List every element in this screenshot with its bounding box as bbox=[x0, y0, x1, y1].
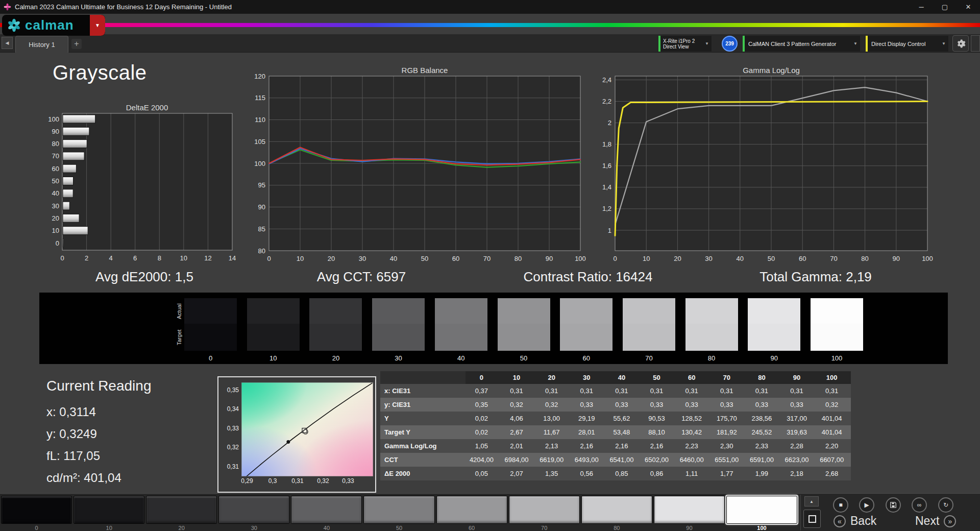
swatch-actual bbox=[811, 298, 863, 324]
pattern-patch-50[interactable]: 50 bbox=[363, 496, 434, 531]
close-button[interactable]: ✕ bbox=[957, 0, 980, 14]
meter-count-badge[interactable]: 239 bbox=[722, 36, 738, 52]
refresh-button[interactable]: ↻ bbox=[938, 497, 953, 513]
patch-swatch bbox=[291, 496, 362, 524]
loop-button[interactable]: ∞ bbox=[912, 497, 927, 513]
calman-logo-menu[interactable]: calman ▼ bbox=[2, 15, 105, 36]
patch-label: 10 bbox=[74, 525, 144, 531]
table-cell: 0,05 bbox=[465, 467, 501, 480]
display-control-label: Direct Display Control bbox=[871, 41, 925, 47]
settings-button[interactable] bbox=[952, 35, 969, 52]
pattern-patch-10[interactable]: 10 bbox=[74, 496, 144, 531]
table-cell: 0,85 bbox=[606, 467, 641, 480]
pattern-patch-20[interactable]: 20 bbox=[146, 496, 217, 531]
svg-text:2,2: 2,2 bbox=[602, 98, 611, 105]
table-cell: 0,33 bbox=[746, 398, 781, 412]
patch-swatch bbox=[363, 496, 434, 524]
table-cell: 4,06 bbox=[501, 412, 536, 425]
patch-swatch bbox=[509, 496, 580, 524]
reading-x: x: 0,3114 bbox=[46, 405, 96, 419]
table-cell: 6607,00 bbox=[816, 453, 851, 467]
table-cell: 0,31 bbox=[781, 384, 816, 398]
grayscale-swatch-90 bbox=[748, 298, 800, 351]
table-cell: 29,19 bbox=[571, 412, 606, 425]
patch-swatch bbox=[726, 496, 797, 524]
save-icon bbox=[890, 501, 897, 509]
stop-button[interactable]: ■ bbox=[833, 497, 848, 513]
table-column-header: 20 bbox=[535, 371, 571, 384]
patch-swatch bbox=[654, 496, 725, 524]
grayscale-swatch-50 bbox=[498, 298, 550, 351]
calman-flower-icon bbox=[7, 18, 21, 32]
pattern-patch-80[interactable]: 80 bbox=[581, 496, 652, 531]
svg-text:8: 8 bbox=[158, 254, 161, 261]
grayscale-data-table: 0102030405060708090100x: CIE310,370,310,… bbox=[380, 371, 851, 480]
maximize-button[interactable]: ▢ bbox=[933, 0, 957, 14]
pattern-patch-90[interactable]: 90 bbox=[654, 496, 725, 531]
minimize-button[interactable]: ─ bbox=[910, 0, 933, 14]
pattern-patch-0[interactable]: 0 bbox=[1, 496, 72, 531]
more-devices-button[interactable] bbox=[971, 35, 980, 52]
save-button[interactable] bbox=[886, 497, 901, 513]
rgb-balance-chart: 1201151101051009590858001020304050607080… bbox=[245, 64, 604, 268]
table-cell: 2,33 bbox=[746, 439, 781, 453]
pattern-window-icon bbox=[808, 515, 816, 523]
table-column-header: 70 bbox=[710, 371, 746, 384]
svg-text:100: 100 bbox=[575, 255, 586, 262]
stat-avg-cct: Avg CCT: 6597 bbox=[280, 269, 443, 285]
table-cell: 0,31 bbox=[501, 384, 536, 398]
svg-text:0: 0 bbox=[613, 255, 617, 262]
swatch-target bbox=[560, 324, 612, 351]
table-row-label: Gamma Log/Log bbox=[380, 439, 465, 453]
svg-text:30: 30 bbox=[705, 255, 712, 262]
swatch-level-label: 50 bbox=[498, 354, 550, 362]
cie-x-tick: 0,31 bbox=[287, 477, 308, 485]
pattern-patch-40[interactable]: 40 bbox=[291, 496, 362, 531]
next-button[interactable]: Next » bbox=[915, 514, 956, 528]
table-cell: 175,70 bbox=[710, 412, 746, 425]
table-row: ΔE 20000,052,071,350,560,850,861,111,771… bbox=[380, 467, 851, 480]
table-cell: 1,77 bbox=[710, 467, 746, 480]
svg-text:1,6: 1,6 bbox=[602, 162, 611, 170]
back-button[interactable]: « Back bbox=[834, 514, 876, 528]
swatch-level-label: 30 bbox=[372, 354, 425, 362]
swatch-actual bbox=[748, 298, 800, 324]
table-cell: 6502,00 bbox=[641, 453, 676, 467]
svg-text:70: 70 bbox=[830, 255, 837, 262]
pattern-window-button[interactable] bbox=[803, 510, 821, 528]
table-cell: 0,33 bbox=[710, 398, 746, 412]
svg-text:1,2: 1,2 bbox=[602, 205, 611, 212]
table-cell: 2,28 bbox=[781, 439, 816, 453]
meter-selector[interactable]: X-Rite i1Pro 2 Direct View ▼ bbox=[658, 36, 712, 52]
pattern-patch-60[interactable]: 60 bbox=[436, 496, 507, 531]
svg-text:120: 120 bbox=[254, 73, 265, 80]
table-cell: 319,63 bbox=[781, 425, 816, 439]
svg-text:100: 100 bbox=[254, 160, 265, 167]
swatch-target bbox=[623, 324, 675, 351]
table-cell: 2,01 bbox=[501, 439, 536, 453]
table-cell: 2,20 bbox=[816, 439, 851, 453]
pattern-generator-selector[interactable]: CalMAN Client 3 Pattern Generator ▼ bbox=[743, 36, 860, 52]
tab-history-1[interactable]: History 1 bbox=[15, 36, 68, 53]
tab-label: History 1 bbox=[29, 41, 55, 49]
swatch-level-label: 20 bbox=[309, 354, 362, 362]
swatch-actual bbox=[685, 298, 738, 324]
pattern-patch-70[interactable]: 70 bbox=[509, 496, 580, 531]
cie-x-tick: 0,29 bbox=[237, 477, 257, 485]
pattern-patch-30[interactable]: 30 bbox=[218, 496, 289, 531]
window-title: Calman 2023 Calman Ultimate for Business… bbox=[15, 3, 232, 11]
patch-scroll-up-button[interactable]: ▲ bbox=[804, 496, 819, 506]
logo-menu-arrow[interactable]: ▼ bbox=[90, 15, 105, 36]
table-cell: 1,99 bbox=[746, 467, 781, 480]
cie-plot bbox=[241, 382, 373, 476]
table-cell: 0,31 bbox=[606, 384, 641, 398]
history-panel-button[interactable]: ◀ bbox=[2, 37, 13, 49]
display-control-selector[interactable]: Direct Display Control ▼ bbox=[866, 36, 948, 52]
play-button[interactable]: ▶ bbox=[859, 497, 874, 513]
table-cell: 2,68 bbox=[816, 467, 851, 480]
add-tab-button[interactable]: + bbox=[71, 39, 82, 49]
table-row: CCT4204,006984,006619,006493,006541,0065… bbox=[380, 453, 851, 467]
pattern-patch-100[interactable]: 100 bbox=[726, 496, 797, 531]
svg-text:1: 1 bbox=[608, 227, 611, 234]
swatch-target bbox=[435, 324, 487, 351]
